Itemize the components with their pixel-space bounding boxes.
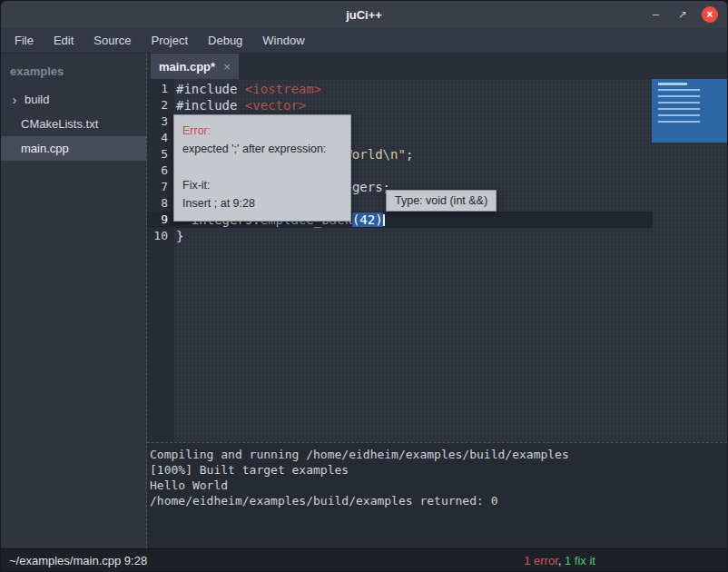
tree-item-label: CMakeLists.txt	[21, 117, 98, 131]
minimap[interactable]	[652, 79, 727, 143]
file-tree: ›buildCMakeLists.txtmain.cpp	[1, 87, 146, 161]
terminal-panel[interactable]: Compiling and running /home/eidheim/exam…	[147, 442, 727, 548]
window-title: juCi++	[346, 8, 382, 22]
terminal-line: /home/eidheim/examples/build/examples re…	[150, 493, 727, 508]
fixit-count: 1 fix it	[565, 554, 595, 567]
app-window: juCi++ − ↗ × FileEditSourceProjectDebugW…	[0, 0, 728, 572]
text-cursor	[383, 214, 385, 226]
diagnostics-separator: ,	[558, 554, 565, 567]
fixit-text: Insert ; at 9:28	[182, 194, 342, 212]
menubar: FileEditSourceProjectDebugWindow	[1, 28, 727, 54]
tree-item-main.cpp[interactable]: main.cpp	[1, 136, 146, 161]
tree-item-label: build	[25, 93, 49, 106]
titlebar[interactable]: juCi++ − ↗ ×	[1, 1, 727, 28]
error-count: 1 error	[524, 554, 558, 567]
menu-item-file[interactable]: File	[5, 28, 44, 53]
tab-close-icon[interactable]: ×	[223, 60, 231, 74]
menu-item-source[interactable]: Source	[84, 28, 141, 53]
line-number: 9	[147, 212, 174, 228]
menu-item-project[interactable]: Project	[142, 28, 198, 53]
code-line-10[interactable]: }	[174, 228, 727, 244]
line-number: 7	[147, 179, 174, 195]
line-number: 5	[147, 146, 174, 163]
diagnostics-summary: 1 error, 1 fix it	[524, 549, 595, 572]
maximize-button[interactable]: ↗	[674, 6, 691, 23]
type-tooltip-text: Type: void (int &&)	[395, 194, 487, 207]
tree-item-label: main.cpp	[21, 142, 69, 155]
window-controls: − ↗ ×	[647, 1, 718, 28]
line-number: 4	[147, 130, 174, 146]
menu-item-edit[interactable]: Edit	[44, 28, 84, 53]
code-segment: #include	[176, 98, 245, 113]
code-segment: <iostream>	[245, 82, 321, 96]
error-tooltip-title: Error:	[182, 122, 342, 140]
tab-label: main.cpp*	[159, 60, 215, 74]
minimize-button[interactable]: −	[647, 6, 664, 23]
code-line-2[interactable]: #include <vector>	[174, 97, 727, 113]
tree-item-build[interactable]: ›build	[1, 87, 146, 112]
terminal-line: [100%] Built target examples	[150, 462, 727, 478]
file-location: ~/examples/main.cpp 9:28	[9, 554, 147, 567]
terminal-line: Hello World	[150, 478, 727, 493]
tabbar: main.cpp* ×	[147, 54, 727, 79]
error-tooltip-spacer	[182, 158, 342, 176]
type-tooltip: Type: void (int &&)	[386, 190, 497, 212]
tab-main-cpp[interactable]: main.cpp* ×	[151, 54, 239, 79]
error-tooltip: Error: expected ';' after expression: Fi…	[173, 114, 351, 222]
menu-item-debug[interactable]: Debug	[198, 28, 252, 53]
statusbar: ~/examples/main.cpp 9:28 1 error, 1 fix …	[1, 548, 727, 571]
selected-text: (42)	[352, 212, 383, 227]
code-segment: }	[176, 229, 183, 243]
code-line-1[interactable]: #include <iostream>	[174, 81, 727, 97]
window-body: examples ›buildCMakeLists.txtmain.cpp ma…	[1, 54, 727, 548]
menu-item-window[interactable]: Window	[252, 28, 314, 53]
code-segment: <vector>	[245, 98, 306, 113]
line-number: 10	[147, 228, 174, 244]
chevron-right-icon[interactable]: ›	[8, 92, 21, 107]
line-number: 8	[147, 195, 174, 212]
code-editor[interactable]: 12345678910 #include <iostream>#include …	[147, 79, 727, 442]
code-segment: ;	[406, 147, 413, 162]
terminal-line: Compiling and running /home/eidheim/exam…	[150, 447, 727, 462]
line-number: 6	[147, 163, 174, 179]
code-segment: #include	[176, 82, 245, 96]
line-number: 2	[147, 97, 174, 113]
main-column: main.cpp* × 12345678910 #include <iostre…	[147, 54, 727, 548]
sidebar: examples ›buildCMakeLists.txtmain.cpp	[1, 54, 147, 548]
project-name: examples	[1, 54, 146, 87]
fixit-title: Fix-it:	[182, 176, 342, 194]
line-number: 3	[147, 113, 174, 130]
error-tooltip-message: expected ';' after expression:	[182, 140, 342, 158]
close-button[interactable]: ×	[702, 6, 718, 23]
line-number: 1	[147, 81, 174, 97]
tree-item-cmakelists.txt[interactable]: CMakeLists.txt	[1, 112, 146, 136]
line-numbers: 12345678910	[147, 79, 174, 442]
